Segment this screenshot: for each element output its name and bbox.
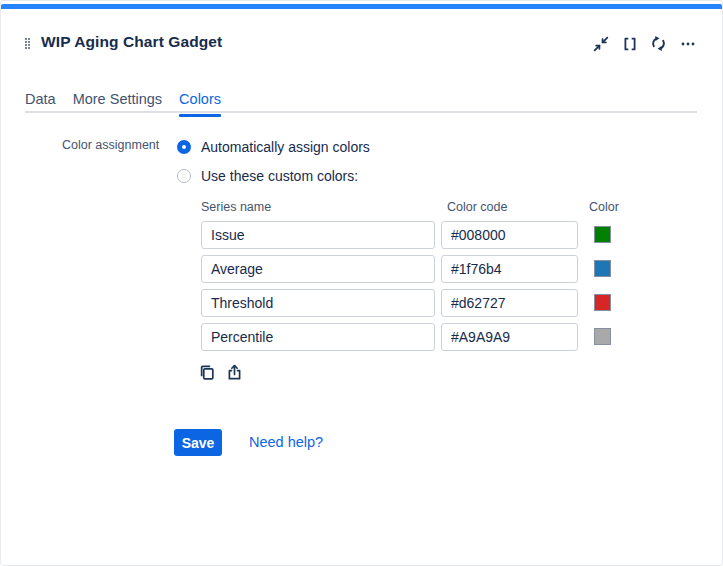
table-tools bbox=[199, 364, 243, 381]
fullscreen-icon[interactable] bbox=[621, 35, 638, 52]
gadget-accent-bar bbox=[1, 4, 722, 9]
save-button[interactable]: Save bbox=[174, 429, 222, 456]
color-assignment-label: Color assignment bbox=[62, 138, 159, 152]
radio-option-automatic: Automatically assign colors bbox=[177, 139, 370, 155]
color-swatch bbox=[594, 294, 611, 311]
gadget-title: WIP Aging Chart Gadget bbox=[41, 33, 222, 51]
gadget-card: WIP Aging Chart Gadget bbox=[0, 0, 723, 566]
minimize-icon[interactable] bbox=[592, 35, 609, 52]
drag-handle-icon[interactable] bbox=[25, 38, 30, 49]
series-name-input[interactable] bbox=[201, 221, 435, 249]
more-icon[interactable] bbox=[679, 35, 696, 52]
radio-custom-label[interactable]: Use these custom colors: bbox=[201, 168, 358, 184]
settings-tabs: Data More Settings Colors bbox=[25, 91, 221, 117]
series-name-input[interactable] bbox=[201, 255, 435, 283]
color-swatch bbox=[594, 260, 611, 277]
color-code-input[interactable] bbox=[441, 255, 578, 283]
radio-automatic[interactable] bbox=[177, 140, 191, 154]
radio-option-custom: Use these custom colors: bbox=[177, 168, 358, 184]
tab-colors[interactable]: Colors bbox=[179, 91, 221, 117]
need-help-link[interactable]: Need help? bbox=[249, 434, 323, 450]
tabs-divider bbox=[25, 111, 697, 113]
tab-more-settings[interactable]: More Settings bbox=[73, 91, 162, 117]
series-name-header: Series name bbox=[201, 200, 271, 214]
color-swatch bbox=[594, 226, 611, 243]
color-swatch bbox=[594, 328, 611, 345]
color-code-input[interactable] bbox=[441, 323, 578, 351]
series-name-input[interactable] bbox=[201, 289, 435, 317]
series-name-input[interactable] bbox=[201, 323, 435, 351]
copy-icon[interactable] bbox=[199, 364, 216, 381]
tab-data[interactable]: Data bbox=[25, 91, 56, 117]
share-icon[interactable] bbox=[226, 364, 243, 381]
color-code-input[interactable] bbox=[441, 221, 578, 249]
header-actions bbox=[592, 35, 696, 52]
radio-custom[interactable] bbox=[177, 169, 191, 183]
color-header: Color bbox=[589, 200, 619, 214]
radio-automatic-label[interactable]: Automatically assign colors bbox=[201, 139, 370, 155]
color-code-input[interactable] bbox=[441, 289, 578, 317]
refresh-icon[interactable] bbox=[650, 35, 667, 52]
color-code-header: Color code bbox=[447, 200, 507, 214]
